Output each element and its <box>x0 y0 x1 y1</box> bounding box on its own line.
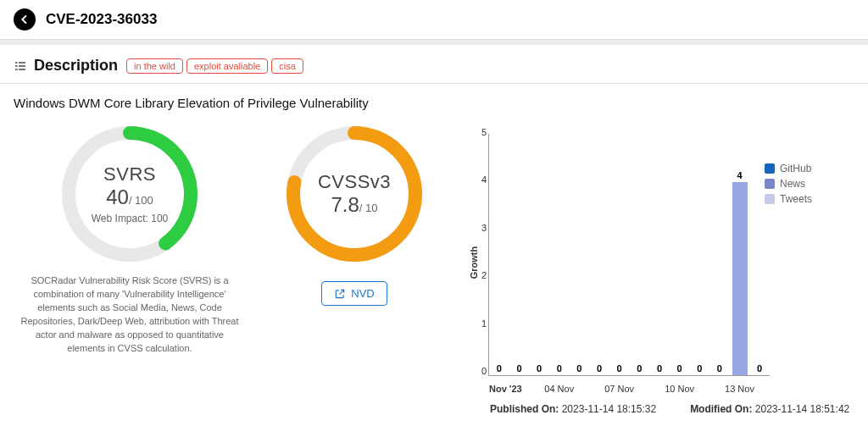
status-tag: exploit avaliable <box>186 58 268 74</box>
legend-swatch <box>765 179 775 189</box>
svrs-description: SOCRadar Vulnerability Risk Score (SVRS)… <box>7 266 253 356</box>
bar <box>732 182 748 375</box>
svg-rect-2 <box>15 69 18 69</box>
status-tag: cisa <box>271 58 303 74</box>
bar-value-label: 0 <box>677 363 682 373</box>
bar-slot: 4 <box>730 134 750 375</box>
status-tag: in the wild <box>126 58 183 74</box>
y-tick: 3 <box>471 223 487 233</box>
svrs-label: SVRS <box>103 163 156 185</box>
chart-legend: GitHubNewsTweets <box>765 163 812 208</box>
modified-value: 2023-11-14 18:51:42 <box>755 403 849 415</box>
bar-slot: 0 <box>509 134 530 375</box>
y-tick: 4 <box>471 174 487 185</box>
legend-swatch <box>765 194 775 204</box>
bar-slot: 0 <box>689 134 709 375</box>
svrs-max: / 100 <box>129 194 153 207</box>
bar-slot: 0 <box>629 134 649 375</box>
legend-item: GitHub <box>765 163 812 174</box>
x-tick: 10 Nov <box>649 384 709 394</box>
page-title: CVE-2023-36033 <box>46 11 157 28</box>
y-tick: 0 <box>471 366 487 376</box>
y-tick: 2 <box>471 270 487 280</box>
legend-label: News <box>780 178 805 190</box>
bar-slot: 0 <box>609 134 630 375</box>
bar-slot: 0 <box>589 134 609 375</box>
bar-value-label: 0 <box>576 363 581 373</box>
modified-label: Modified On: <box>690 403 752 415</box>
meta-row: Published On: 2023-11-14 18:15:32 Modifi… <box>456 403 854 415</box>
y-tick: 5 <box>471 127 487 137</box>
y-tick: 1 <box>471 318 487 329</box>
x-tick: 13 Nov <box>709 384 770 394</box>
section-header: Description in the wildexploit avaliable… <box>0 45 868 84</box>
svg-rect-5 <box>19 69 25 69</box>
bar-value-label: 0 <box>697 363 702 373</box>
external-link-icon <box>334 288 346 300</box>
svg-rect-1 <box>15 65 18 66</box>
bar-slot: 0 <box>489 134 509 375</box>
section-title: Description <box>34 57 118 75</box>
bar-slot: 0 <box>529 134 549 375</box>
x-tick: 04 Nov <box>529 384 589 394</box>
back-button[interactable] <box>14 8 36 30</box>
bar-value-label: 4 <box>737 170 742 180</box>
bar-value-label: 0 <box>757 363 762 373</box>
legend-item: Tweets <box>765 193 812 205</box>
bar-value-label: 0 <box>657 363 662 373</box>
legend-swatch <box>765 163 775 174</box>
top-bar: CVE-2023-36033 <box>0 0 868 40</box>
svrs-value: 40 <box>106 185 129 208</box>
arrow-left-icon <box>18 13 31 26</box>
bar-value-label: 0 <box>497 363 502 373</box>
bar-slot: 0 <box>709 134 730 375</box>
bar-value-label: 0 <box>537 363 542 373</box>
bar-slot: 0 <box>549 134 570 375</box>
vuln-short-description: Windows DWM Core Library Elevation of Pr… <box>0 84 868 113</box>
legend-item: News <box>765 178 812 190</box>
bar-slot: 0 <box>670 134 690 375</box>
svg-rect-0 <box>15 62 18 63</box>
published-value: 2023-11-14 18:15:32 <box>562 403 656 415</box>
bar-value-label: 0 <box>637 363 642 373</box>
x-tick: Nov '23 <box>489 384 529 394</box>
legend-label: Tweets <box>780 193 812 205</box>
cvss-gauge: CVSSv3 7.8/ 10 <box>282 122 426 266</box>
cvss-value: 7.8 <box>331 193 359 216</box>
nvd-button[interactable]: NVD <box>321 281 387 306</box>
bar-value-label: 0 <box>557 363 562 373</box>
cvss-label: CVSSv3 <box>318 171 391 193</box>
bar-value-label: 0 <box>516 363 521 373</box>
svrs-gauge: SVRS 40/ 100 Web Impact: 100 <box>58 122 202 266</box>
svg-rect-4 <box>19 65 25 66</box>
list-icon <box>14 59 27 73</box>
published-label: Published On: <box>490 403 559 415</box>
growth-chart: Growth 543210 00000000000040 Nov '2304 N… <box>456 127 854 398</box>
svrs-sub: Web Impact: 100 <box>92 213 169 224</box>
bar-slot: 0 <box>649 134 670 375</box>
bar-value-label: 0 <box>717 363 722 373</box>
bar-slot: 0 <box>570 134 590 375</box>
bar-value-label: 0 <box>597 363 602 373</box>
nvd-button-label: NVD <box>351 287 374 300</box>
legend-label: GitHub <box>780 163 811 174</box>
cvss-max: / 10 <box>359 202 378 214</box>
x-tick: 07 Nov <box>589 384 649 394</box>
bar-value-label: 0 <box>617 363 622 373</box>
svg-rect-3 <box>19 62 25 63</box>
